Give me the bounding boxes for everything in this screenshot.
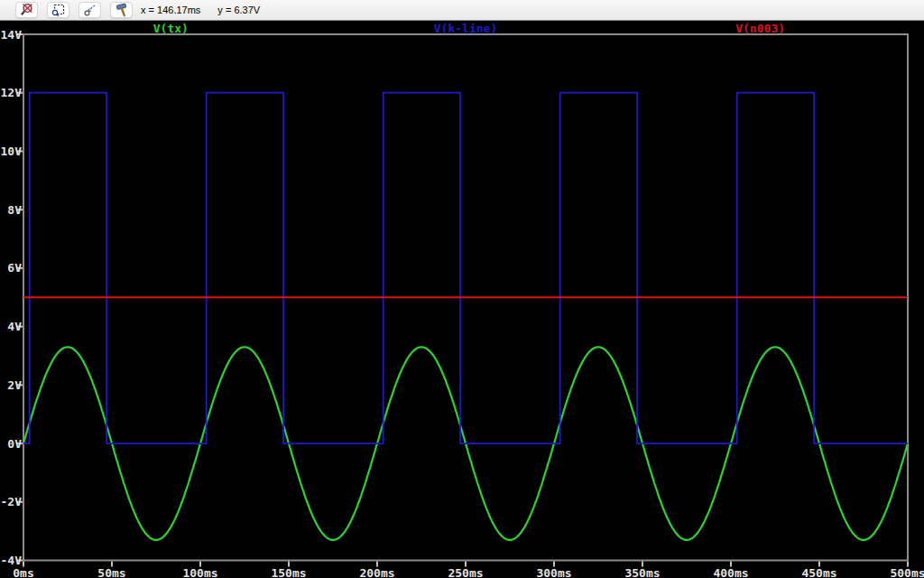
zoom-full-extents-button[interactable] <box>15 2 38 18</box>
waveform-plot[interactable] <box>0 21 924 578</box>
x-axis-label: 250ms <box>434 566 497 578</box>
control-panel-button[interactable] <box>110 2 133 18</box>
x-axis-label: 100ms <box>169 566 232 578</box>
zoom-area-icon <box>51 3 67 17</box>
y-axis-label: 2V <box>0 378 22 392</box>
legend-V(n003)[interactable]: V(n003) <box>661 22 860 35</box>
cursor-y-readout: y = 6.37V <box>217 5 260 15</box>
x-axis-label: 150ms <box>257 566 320 578</box>
toolbar: x = 146.17ms y = 6.37V <box>0 0 924 21</box>
y-axis-label: 14V <box>0 28 22 42</box>
hammer-icon <box>114 3 130 17</box>
legend-V(k-line)[interactable]: V(k-line) <box>366 22 565 35</box>
y-axis-label: 8V <box>0 203 22 217</box>
cursor-x-readout: x = 146.17ms <box>141 5 200 15</box>
x-axis-label: 50ms <box>80 566 143 578</box>
x-axis-label: 350ms <box>611 566 674 578</box>
legend-V(tx)[interactable]: V(tx) <box>71 22 270 35</box>
trace-V(k-line)[interactable] <box>23 93 908 443</box>
x-axis-label: 500ms <box>876 566 924 578</box>
y-axis-label: 4V <box>0 320 22 333</box>
x-axis-label: 300ms <box>522 566 586 578</box>
x-axis-label: 450ms <box>788 566 851 578</box>
zoom-area-button[interactable] <box>47 2 69 18</box>
x-axis-label: 400ms <box>699 566 762 578</box>
zoom-back-icon <box>82 3 98 17</box>
y-axis-label: -2V <box>0 495 22 508</box>
y-axis-label: 6V <box>0 261 22 275</box>
x-axis-label: 0ms <box>0 566 55 578</box>
y-axis-label: 10V <box>0 144 22 158</box>
zoom-full-extents-icon <box>19 3 35 17</box>
y-axis-label: 12V <box>0 86 22 99</box>
zoom-back-button[interactable] <box>79 2 101 18</box>
x-axis-label: 200ms <box>346 566 409 578</box>
waveform-plot-pane[interactable]: 14V12V10V8V6V4V2V0V-2V-4V0ms50ms100ms150… <box>0 21 924 578</box>
y-axis-label: 0V <box>0 437 22 451</box>
